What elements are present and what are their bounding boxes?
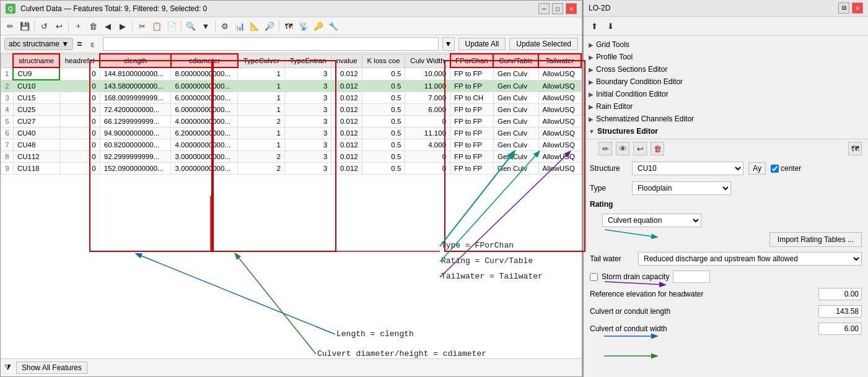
col-ct-val[interactable]: Gen Culv — [493, 151, 538, 163]
add-btn[interactable]: ＋ — [71, 19, 85, 33]
col-structname-val[interactable]: CU112 — [13, 151, 59, 163]
col-structname[interactable]: structname — [13, 54, 59, 67]
col-nval-val[interactable]: 0.012 — [331, 163, 362, 175]
col-clength-val[interactable]: 152.0900000000... — [100, 163, 171, 175]
col-fp-val[interactable]: FP to CH — [450, 92, 494, 104]
stats-btn[interactable]: 📊 — [233, 19, 247, 33]
col-kloss-val[interactable]: 0.5 — [362, 128, 405, 139]
col-nval-val[interactable]: 0.012 — [331, 92, 362, 104]
right-tool-1[interactable]: ⬆ — [587, 19, 601, 33]
ruler-btn[interactable]: 📐 — [248, 19, 261, 33]
col-ct-val[interactable]: Gen Culv — [493, 139, 538, 151]
col-cwidth-val[interactable]: 7.000 — [405, 92, 450, 104]
col-typee-val[interactable]: 3 — [284, 151, 331, 163]
row-num[interactable]: 6 — [1, 128, 14, 139]
col-typeentran[interactable]: TypeEntran — [284, 54, 331, 67]
col-headrefel-val[interactable]: 0 — [59, 128, 100, 139]
table-row[interactable]: 2CU100143.5800000000...6.00000000000...1… — [1, 80, 582, 92]
col-cdiameter-val[interactable]: 4.00000000000... — [171, 139, 238, 151]
col-typec-val[interactable]: 1 — [238, 92, 284, 104]
col-ct-val[interactable]: Gen Culv — [493, 163, 538, 175]
col-kloss-val[interactable]: 0.5 — [362, 92, 405, 104]
col-cwidth-val[interactable]: 11.000 — [405, 80, 450, 92]
col-tailwater[interactable]: Tailwater — [538, 54, 581, 67]
col-cdiameter-val[interactable]: 6.20000000000... — [171, 128, 238, 139]
row-num[interactable]: 8 — [1, 151, 14, 163]
col-clength-val[interactable]: 60.8200000000... — [100, 139, 171, 151]
show-all-btn[interactable]: Show All Features — [16, 362, 87, 374]
tree-item-profile-tool[interactable]: ▶ Profile Tool — [584, 51, 868, 63]
col-typec-val[interactable]: 1 — [238, 128, 284, 139]
filter-btn[interactable]: 🔧 — [327, 19, 340, 33]
paste-btn[interactable]: 📄 — [165, 19, 178, 33]
col-kloss-val[interactable]: 0.5 — [362, 104, 405, 116]
col-ct-val[interactable]: Gen Culv — [493, 67, 538, 80]
import-rating-btn[interactable]: Import Rating Tables ... — [769, 232, 862, 247]
col-typee-val[interactable]: 3 — [284, 116, 331, 128]
col-structname-val[interactable]: CU10 — [13, 80, 59, 92]
right-restore-btn[interactable]: ⧉ — [838, 2, 849, 14]
col-structname-val[interactable]: CU118 — [13, 163, 59, 175]
storm-drain-checkbox[interactable] — [590, 273, 598, 281]
minimize-btn[interactable]: ─ — [538, 3, 550, 14]
struct-map-btn[interactable]: 🗺 — [848, 142, 862, 155]
col-typee-val[interactable]: 3 — [284, 163, 331, 175]
tree-item-rain[interactable]: ▶ Rain Editor — [584, 100, 868, 113]
col-typec-val[interactable]: 2 — [238, 151, 284, 163]
map-btn[interactable]: 🗺 — [282, 19, 296, 33]
col-typec-val[interactable]: 2 — [238, 116, 284, 128]
col-typee-val[interactable]: 3 — [284, 104, 331, 116]
col-cdiameter-val[interactable]: 8.00000000000... — [171, 67, 238, 80]
col-tw-val[interactable]: AllowUSQ — [538, 104, 581, 116]
col-kloss-val[interactable]: 0.5 — [362, 151, 405, 163]
table-row[interactable]: 3CU150168.0099999999...6.00000000000...1… — [1, 92, 582, 104]
center-checkbox[interactable] — [771, 165, 779, 173]
maximize-btn[interactable]: □ — [552, 3, 563, 14]
struct-edit-btn[interactable]: ✏ — [598, 142, 612, 155]
col-structname-val[interactable]: CU40 — [13, 128, 59, 139]
col-nval-val[interactable]: 0.012 — [331, 67, 362, 80]
col-headrefel-val[interactable]: 0 — [59, 151, 100, 163]
tree-item-channels[interactable]: ▶ Schematized Channels Editor — [584, 113, 868, 125]
satellite-btn[interactable]: 📡 — [297, 19, 310, 33]
col-headrefel-val[interactable]: 0 — [59, 104, 100, 116]
col-cdiameter-val[interactable]: 4.00000000000... — [171, 116, 238, 128]
col-typee-val[interactable]: 3 — [284, 92, 331, 104]
col-structname-val[interactable]: CU15 — [13, 92, 59, 104]
save-btn[interactable]: 💾 — [18, 19, 32, 33]
col-ct-val[interactable]: Gen Culv — [493, 116, 538, 128]
col-cwidth-val[interactable]: 0 — [405, 116, 450, 128]
storm-drain-value[interactable] — [673, 271, 710, 283]
col-nval-val[interactable]: 0.012 — [331, 151, 362, 163]
col-nval-val[interactable]: 0.012 — [331, 104, 362, 116]
col-klosscoe[interactable]: K loss coe — [362, 54, 405, 67]
center-checkbox-label[interactable]: center — [771, 164, 801, 173]
col-cdiameter-val[interactable]: 3.00000000000... — [171, 163, 238, 175]
col-fp-val[interactable]: FP to FP — [450, 67, 494, 80]
col-curv-table[interactable]: Curv/Table — [493, 54, 538, 67]
cut-btn[interactable]: ✂ — [135, 19, 149, 33]
filter-input[interactable] — [103, 37, 438, 51]
col-tw-val[interactable]: AllowUSQ — [538, 67, 581, 80]
col-headrefel-val[interactable]: 0 — [59, 80, 100, 92]
col-structname-val[interactable]: CU48 — [13, 139, 59, 151]
zoom-drop-btn[interactable]: ▼ — [199, 19, 213, 33]
col-typec-val[interactable]: 1 — [238, 67, 284, 80]
col-typec-val[interactable]: 1 — [238, 104, 284, 116]
tree-item-boundary[interactable]: ▶ Boundary Condition Editor — [584, 76, 868, 88]
tree-item-grid-tools[interactable]: ▶ Grid Tools — [584, 38, 868, 51]
col-kloss-val[interactable]: 0.5 — [362, 139, 405, 151]
col-typec-val[interactable]: 2 — [238, 163, 284, 175]
col-clength-val[interactable]: 72.4200000000... — [100, 104, 171, 116]
table-row[interactable]: 9CU1180152.0900000000...3.00000000000...… — [1, 163, 582, 175]
row-num[interactable]: 1 — [1, 67, 14, 80]
col-headrefel-val[interactable]: 0 — [59, 67, 100, 80]
tree-item-structures[interactable]: ▼ Structures Editor — [584, 125, 868, 137]
col-typee-val[interactable]: 3 — [284, 80, 331, 92]
col-structname-val[interactable]: CU9 — [13, 67, 59, 80]
col-nval-val[interactable]: 0.012 — [331, 139, 362, 151]
prev-btn[interactable]: ◀ — [101, 19, 115, 33]
filter-dropdown[interactable]: ▼ — [442, 37, 455, 51]
col-structname-val[interactable]: CU27 — [13, 116, 59, 128]
col-headrefel-val[interactable]: 0 — [59, 139, 100, 151]
